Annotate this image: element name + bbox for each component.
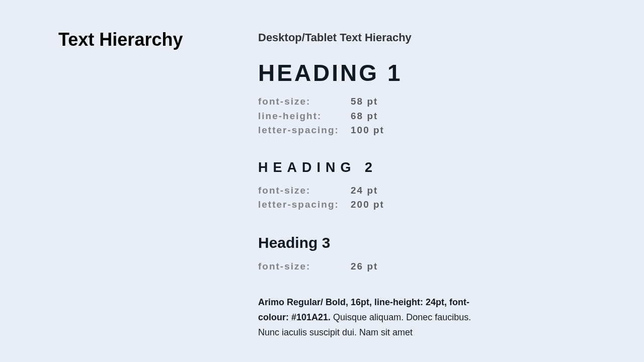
spec-row: font-size: 26 pt <box>258 259 495 274</box>
spec-label: font-size: <box>258 184 351 198</box>
heading-2-sample: HEADING 2 <box>258 160 495 175</box>
spec-row: letter-spacing: 200 pt <box>258 198 495 212</box>
spec-value: 68 pt <box>351 109 378 124</box>
spec-value: 200 pt <box>351 198 384 212</box>
spec-row: letter-spacing: 100 pt <box>258 123 495 138</box>
heading-3-specs: font-size: 26 pt <box>258 259 495 274</box>
heading-3-sample: Heading 3 <box>258 234 495 251</box>
heading-1-sample: HEADING 1 <box>258 59 495 86</box>
spec-row: line-height: 68 pt <box>258 109 495 124</box>
content-column: HEADING 1 font-size: 58 pt line-height: … <box>258 59 495 340</box>
spec-label: font-size: <box>258 259 351 274</box>
heading-2-specs: font-size: 24 pt letter-spacing: 200 pt <box>258 184 495 212</box>
spec-value: 26 pt <box>351 259 378 274</box>
spec-label: font-size: <box>258 95 351 109</box>
spec-label: letter-spacing: <box>258 198 351 212</box>
page-title: Text Hierarchy <box>58 29 183 50</box>
section-title: Desktop/Tablet Text Hierachy <box>258 31 412 44</box>
spec-label: line-height: <box>258 109 351 124</box>
spec-value: 58 pt <box>351 95 378 109</box>
heading-1-specs: font-size: 58 pt line-height: 68 pt lett… <box>258 95 495 138</box>
spec-row: font-size: 58 pt <box>258 95 495 109</box>
spec-row: font-size: 24 pt <box>258 184 495 198</box>
spec-value: 100 pt <box>351 123 384 138</box>
spec-label: letter-spacing: <box>258 123 351 138</box>
body-text-sample: Arimo Regular/ Bold, 16pt, line-height: … <box>258 295 485 340</box>
spec-value: 24 pt <box>351 184 378 198</box>
